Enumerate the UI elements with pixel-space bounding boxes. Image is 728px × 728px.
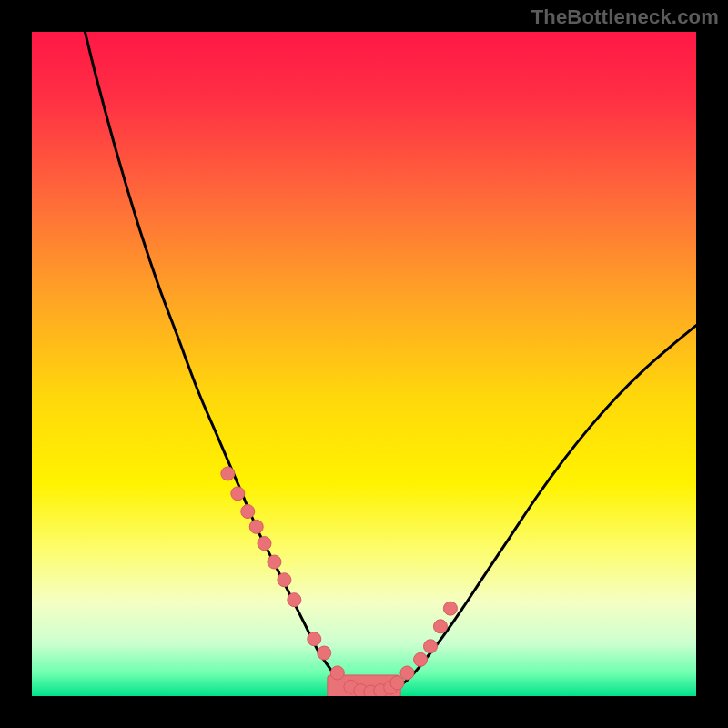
marker-dot xyxy=(330,666,344,680)
marker-dot xyxy=(249,520,263,533)
chart-frame: TheBottleneck.com xyxy=(0,0,728,728)
marker-dot xyxy=(221,467,235,480)
plot-area xyxy=(32,32,696,696)
marker-dot xyxy=(424,640,438,653)
marker-dot xyxy=(278,573,291,587)
marker-dot xyxy=(258,537,271,551)
marker-dot xyxy=(433,620,447,633)
marker-dot xyxy=(241,505,255,519)
marker-dot xyxy=(443,602,457,615)
marker-dot xyxy=(231,487,245,500)
marker-dot xyxy=(288,593,301,607)
gradient-background xyxy=(32,32,696,696)
marker-dot xyxy=(308,632,321,646)
bottleneck-chart-svg xyxy=(32,32,696,696)
watermark-text: TheBottleneck.com xyxy=(531,5,719,29)
marker-dot xyxy=(400,666,414,680)
marker-dot xyxy=(414,652,428,666)
marker-dot xyxy=(390,676,404,690)
marker-dot xyxy=(268,555,281,569)
marker-dot xyxy=(318,646,331,660)
